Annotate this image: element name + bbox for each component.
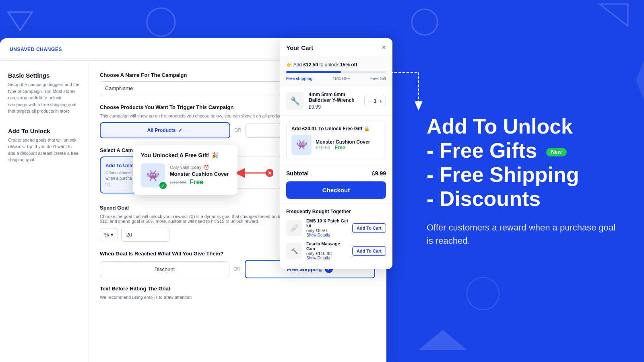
percent-select[interactable]: % ▾ bbox=[100, 228, 118, 241]
qty-value-0: 1 bbox=[374, 98, 377, 104]
cart-header: Your Cart × bbox=[280, 38, 392, 57]
freq-info-1: Fascia Massage Gun only £110.88 Show Det… bbox=[306, 241, 348, 260]
freq-add-0[interactable]: Add To Cart bbox=[352, 223, 386, 233]
text-before-desc: We recommend using emoji's to draw atten… bbox=[100, 295, 375, 300]
subtotal-value: £9.99 bbox=[372, 170, 386, 177]
discount-button[interactable]: Discount bbox=[100, 261, 229, 277]
or-label-2: OR bbox=[233, 266, 241, 272]
gift-popup-details: Only valid today! ⏰ Monster Cushion Cove… bbox=[170, 165, 229, 186]
freq-name-0: EMS 10 X Patch Gel kit bbox=[306, 218, 348, 228]
info-subtitle: Offer customers a reward when a purchase… bbox=[427, 221, 620, 247]
progress-text: 👉 Add £12.50 to unlock 15% off bbox=[286, 62, 386, 68]
new-badge: New bbox=[546, 148, 567, 156]
freq-info-0: EMS 10 X Patch Gel kit only £9.50 Show D… bbox=[306, 218, 348, 237]
frequently-section: Frequently Bought Together 🩹 EMS 10 X Pa… bbox=[280, 204, 392, 269]
chevron-down-icon: ▾ bbox=[111, 232, 114, 238]
red-arrow: ➤ bbox=[237, 166, 273, 180]
gift-old-price: £10.99 bbox=[316, 145, 330, 150]
gift-popup-name: Monster Cushion Cover bbox=[170, 171, 229, 177]
gift-old: £10.99 bbox=[170, 179, 186, 185]
text-before-label: Text Before Hitting The Goal bbox=[100, 286, 375, 292]
progress-label-2: Free Gift bbox=[370, 76, 386, 81]
unsaved-changes-label: UNSAVED CHANGES bbox=[10, 47, 62, 52]
progress-add: Add bbox=[293, 62, 302, 68]
all-products-button[interactable]: All Products ✓ bbox=[100, 122, 230, 138]
title-line4: - Discounts bbox=[427, 187, 541, 210]
sidebar-unlock-text: Create spend goals that will unlock rewa… bbox=[8, 137, 80, 163]
progress-section: 👉 Add £12.50 to unlock 15% off Free ship… bbox=[280, 57, 392, 86]
sidebar-basic-settings: Basic Settings Setup the campaign trigge… bbox=[8, 72, 80, 115]
cart-subtotal: Subtotal £9.99 bbox=[280, 165, 392, 181]
gift-popup-valid: Only valid today! ⏰ bbox=[170, 165, 229, 170]
gift-popup: You Unlocked A Free Gift! 🎉 👾 ✓ Only val… bbox=[133, 145, 237, 195]
progress-suffix: to unlock bbox=[319, 62, 339, 68]
gift-name: Monster Cushion Cover bbox=[316, 139, 370, 145]
freq-img-1: 🔨 bbox=[286, 243, 302, 259]
gift-popup-price: £10.99 Free bbox=[170, 179, 229, 186]
sidebar: Basic Settings Setup the campaign trigge… bbox=[0, 61, 89, 362]
progress-label-0: Free shipping bbox=[286, 76, 313, 81]
gift-free: Free bbox=[190, 179, 203, 185]
cart-item-icon-0: 🔧 bbox=[286, 92, 304, 110]
cart-item-info-0: 4mm 5mm 6mm Balldriver Y-Wrench £9.99 bbox=[309, 92, 359, 110]
freq-name-1: Fascia Massage Gun bbox=[306, 241, 348, 251]
cart-item-0: 🔧 4mm 5mm 6mm Balldriver Y-Wrench £9.99 … bbox=[280, 86, 392, 116]
gift-popup-title: You Unlocked A Free Gift! 🎉 bbox=[141, 152, 229, 158]
cart-close-button[interactable]: × bbox=[382, 44, 386, 51]
title-line1: Add To Unlock bbox=[427, 115, 573, 138]
progress-bar-bg bbox=[286, 71, 386, 73]
sidebar-unlock-title: Add To Unlock bbox=[8, 128, 80, 134]
cart-item-price-0: £9.99 bbox=[309, 104, 359, 110]
cart-title: Your Cart bbox=[286, 44, 313, 51]
freq-show-0[interactable]: Show Details bbox=[306, 233, 348, 237]
qty-plus-0[interactable]: + bbox=[379, 98, 382, 104]
cart-item-name-0: 4mm 5mm 6mm Balldriver Y-Wrench bbox=[309, 92, 359, 103]
progress-amount: £12.50 bbox=[303, 62, 318, 68]
freq-price-0: only £9.50 bbox=[306, 228, 348, 233]
svg-marker-11 bbox=[415, 101, 423, 111]
percent-symbol: % bbox=[104, 232, 109, 238]
title-line3: - Free Shipping bbox=[427, 163, 579, 186]
sidebar-basic-text: Setup the campaign triggers and the type… bbox=[8, 81, 80, 115]
subtotal-label: Subtotal bbox=[286, 170, 309, 177]
gift-free-label: Free bbox=[335, 145, 345, 150]
progress-label-1: 15% OFF bbox=[333, 76, 350, 81]
freq-show-1[interactable]: Show Details bbox=[306, 256, 348, 260]
svg-text:➤: ➤ bbox=[268, 170, 272, 176]
progress-bar-fill bbox=[286, 71, 341, 73]
freq-img-0: 🩹 bbox=[286, 220, 302, 236]
title-line2: - Free Gifts bbox=[427, 139, 537, 162]
all-products-label: All Products bbox=[147, 128, 176, 133]
gift-price: £10.99 Free bbox=[316, 145, 370, 150]
progress-percent: 15% off bbox=[340, 62, 357, 68]
free-gift-item: 👾 Monster Cushion Cover £10.99 Free bbox=[291, 135, 381, 155]
frequently-title: Frequently Bought Together bbox=[286, 209, 386, 214]
free-gift-banner: Add £20.01 To Unlock Free Gift 🔒 👾 Monst… bbox=[286, 121, 386, 160]
spend-value-input[interactable] bbox=[121, 228, 169, 242]
or-divider: OR bbox=[234, 128, 242, 133]
gift-popup-image: 👾 ✓ bbox=[141, 163, 165, 187]
svg-point-1 bbox=[147, 8, 175, 36]
sidebar-basic-title: Basic Settings bbox=[8, 72, 80, 79]
freq-add-1[interactable]: Add To Cart bbox=[352, 246, 386, 256]
gift-popup-check: ✓ bbox=[159, 182, 167, 189]
sidebar-add-to-unlock: Add To Unlock Create spend goals that wi… bbox=[8, 128, 80, 163]
gift-image: 👾 bbox=[291, 135, 312, 155]
quantity-controls-0: − 1 + bbox=[364, 96, 386, 106]
progress-labels: Free shipping 15% OFF Free Gift bbox=[286, 76, 386, 81]
dashed-arrow bbox=[386, 60, 435, 113]
gift-popup-item: 👾 ✓ Only valid today! ⏰ Monster Cushion … bbox=[141, 163, 229, 187]
gift-info: Monster Cushion Cover £10.99 Free bbox=[316, 139, 370, 150]
qty-minus-0[interactable]: − bbox=[368, 98, 371, 104]
freq-item-1: 🔨 Fascia Massage Gun only £110.88 Show D… bbox=[286, 241, 386, 260]
cart-panel: Your Cart × 👉 Add £12.50 to unlock 15% o… bbox=[280, 38, 392, 269]
freq-item-0: 🩹 EMS 10 X Patch Gel kit only £9.50 Show… bbox=[286, 218, 386, 237]
check-icon: ✓ bbox=[178, 127, 183, 134]
checkout-button[interactable]: Checkout bbox=[286, 181, 386, 199]
info-title: Add To Unlock - Free Gifts New - Free Sh… bbox=[427, 115, 620, 211]
svg-marker-0 bbox=[8, 12, 32, 30]
info-panel: Add To Unlock - Free Gifts New - Free Sh… bbox=[394, 0, 644, 362]
freq-price-1: only £110.88 bbox=[306, 251, 348, 256]
free-gift-banner-title: Add £20.01 To Unlock Free Gift 🔒 bbox=[291, 126, 381, 132]
